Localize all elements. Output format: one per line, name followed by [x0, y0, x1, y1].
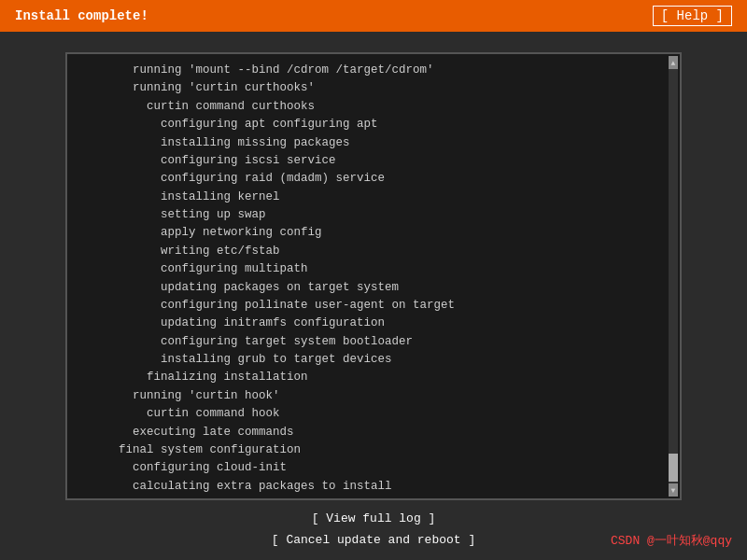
scroll-down-button[interactable]: ▼: [669, 483, 678, 497]
log-content: running 'mount --bind /cdrom /target/cdr…: [67, 54, 680, 498]
cancel-reboot-button[interactable]: [ Cancel update and reboot ]: [266, 531, 481, 549]
log-box: running 'mount --bind /cdrom /target/cdr…: [65, 52, 682, 500]
bottom-buttons: [ View full log ] [ Cancel update and re…: [266, 510, 481, 549]
top-bar: Install complete! [ Help ]: [0, 0, 747, 32]
scrollbar: ▲ ▼: [669, 56, 678, 497]
top-bar-title: Install complete!: [15, 8, 148, 23]
scroll-thumb[interactable]: [669, 454, 678, 482]
scroll-up-button[interactable]: ▲: [669, 56, 678, 69]
main-content: running 'mount --bind /cdrom /target/cdr…: [0, 32, 747, 558]
help-button[interactable]: [ Help ]: [653, 6, 732, 26]
log-pre: running 'mount --bind /cdrom /target/cdr…: [77, 62, 670, 498]
view-log-button[interactable]: [ View full log ]: [306, 510, 442, 527]
watermark: CSDN @一叶知秋@qqy: [611, 532, 732, 549]
